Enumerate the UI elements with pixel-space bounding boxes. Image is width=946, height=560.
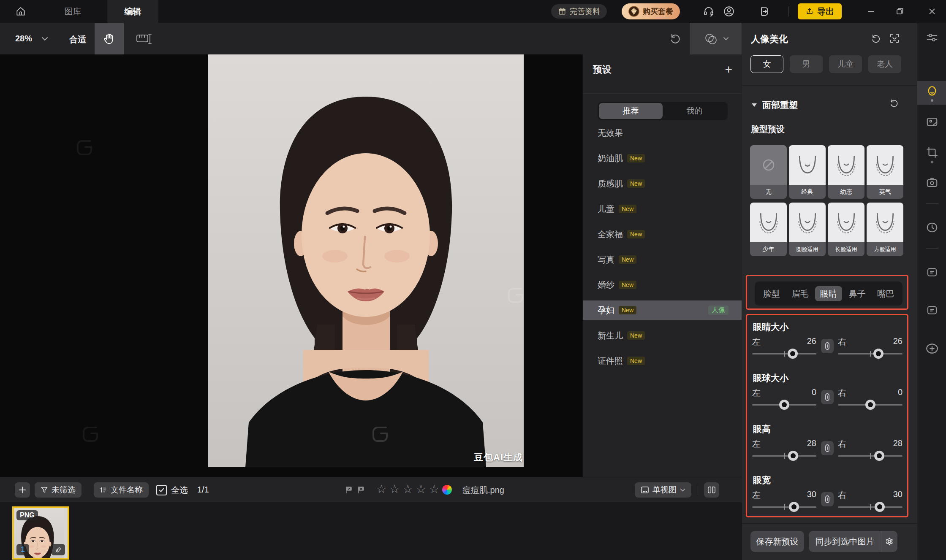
face-preset-option[interactable]: 圆脸适用 xyxy=(789,203,826,256)
zoom-level[interactable]: 28% xyxy=(15,34,32,43)
sort-button[interactable]: 文件名称 xyxy=(94,482,149,498)
split-view-button[interactable] xyxy=(704,482,719,498)
add-image-button[interactable] xyxy=(15,482,30,498)
feature-tab-item[interactable]: 脸型 xyxy=(758,286,785,301)
tab-gallery[interactable]: 图库 xyxy=(55,0,91,23)
star-icon[interactable]: ☆ xyxy=(389,483,400,495)
add-preset-button[interactable]: + xyxy=(725,63,732,76)
export-button[interactable]: 导出 xyxy=(798,3,842,19)
slider-left-knob[interactable] xyxy=(789,502,799,512)
feature-tab-item[interactable]: 眉毛 xyxy=(786,286,813,301)
face-preset-option[interactable]: 幼态 xyxy=(828,145,864,199)
thumbnail-selected[interactable]: PNG 1 xyxy=(12,506,69,560)
add-circle-icon[interactable] xyxy=(925,342,939,355)
gender-button[interactable]: 女 xyxy=(750,55,783,73)
flag-reject-icon[interactable] xyxy=(357,485,366,495)
preset-item[interactable]: 质感肌New xyxy=(583,174,742,193)
link-left-right-button[interactable] xyxy=(821,441,834,455)
account-icon[interactable] xyxy=(723,5,735,17)
restore-button[interactable] xyxy=(894,5,906,18)
canvas-area[interactable]: 豆包AI生成 xyxy=(0,54,582,477)
slider-left-knob[interactable] xyxy=(779,400,789,410)
feature-tab-item[interactable]: 嘴巴 xyxy=(872,286,899,301)
feature-tab-active[interactable]: 眼睛 xyxy=(815,286,842,301)
tab-recommended[interactable]: 推荐 xyxy=(599,103,663,119)
beauty-reset-icon[interactable] xyxy=(870,33,881,44)
minimize-button[interactable] xyxy=(865,5,878,18)
compare-view-button[interactable] xyxy=(690,23,742,54)
sync-settings-gear-icon[interactable] xyxy=(881,537,897,546)
gender-button[interactable]: 儿童 xyxy=(829,55,862,73)
slider-right-knob[interactable] xyxy=(874,451,884,461)
photo-portrait[interactable] xyxy=(208,54,524,467)
preset-item[interactable]: 写真New xyxy=(583,250,742,269)
slider-right-knob[interactable] xyxy=(875,502,885,512)
link-left-right-button[interactable] xyxy=(821,390,834,404)
adjustments-icon[interactable] xyxy=(926,31,938,44)
hand-tool-button[interactable] xyxy=(95,23,124,54)
link-left-right-button[interactable] xyxy=(821,492,834,506)
close-button[interactable] xyxy=(926,5,938,18)
slider-right-track[interactable] xyxy=(838,353,903,354)
tab-edit[interactable]: 编辑 xyxy=(107,0,158,23)
face-preset-none[interactable]: 无 xyxy=(750,145,787,199)
face-preset-option[interactable]: 方脸适用 xyxy=(867,203,903,256)
support-headset-icon[interactable] xyxy=(703,5,715,17)
slider-left-track[interactable] xyxy=(752,353,816,354)
camera-icon[interactable] xyxy=(926,176,938,189)
slider-left-track[interactable] xyxy=(752,455,816,457)
select-all-checkbox[interactable] xyxy=(156,485,167,495)
preset-item[interactable]: 证件照New xyxy=(583,351,742,371)
preset-item[interactable]: 新生儿New xyxy=(583,326,742,345)
preset-item[interactable]: 婚纱New xyxy=(583,275,742,295)
portrait-beauty-icon[interactable] xyxy=(925,84,939,98)
notes-card-icon-2[interactable] xyxy=(926,304,938,317)
select-all-control[interactable]: 全选 xyxy=(156,482,188,498)
feature-tab-item[interactable]: 鼻子 xyxy=(844,286,871,301)
complete-profile-pill[interactable]: 完善资料 xyxy=(551,4,607,19)
gender-button[interactable]: 老人 xyxy=(868,55,901,73)
slider-right-track[interactable] xyxy=(838,455,903,457)
face-preset-option[interactable]: 英气 xyxy=(867,145,903,199)
notes-card-icon[interactable] xyxy=(926,266,938,279)
crop-icon[interactable] xyxy=(926,146,938,159)
star-icon[interactable]: ☆ xyxy=(416,483,426,495)
star-rating[interactable]: ☆☆☆☆☆ xyxy=(376,483,439,495)
undo-icon[interactable] xyxy=(669,32,682,45)
section-reset-icon[interactable] xyxy=(889,98,899,108)
link-left-right-button[interactable] xyxy=(821,339,834,353)
preset-item[interactable]: 全家福New xyxy=(583,225,742,244)
zoom-chevron-icon[interactable] xyxy=(41,37,48,41)
slider-right-knob[interactable] xyxy=(865,400,875,410)
face-detect-icon[interactable] xyxy=(889,33,900,44)
star-icon[interactable]: ☆ xyxy=(429,483,439,495)
history-clock-icon[interactable] xyxy=(926,221,938,234)
slider-left-knob[interactable] xyxy=(788,451,798,461)
preset-item[interactable]: 无效果 xyxy=(583,123,742,143)
fit-button[interactable]: 合适 xyxy=(69,34,86,45)
star-icon[interactable]: ☆ xyxy=(402,483,413,495)
slider-right-knob[interactable] xyxy=(873,349,883,359)
preset-item[interactable]: 奶油肌New xyxy=(583,149,742,168)
slider-right-track[interactable] xyxy=(838,404,903,406)
slider-right-track[interactable] xyxy=(838,506,903,508)
filter-image-icon[interactable] xyxy=(926,116,938,128)
view-mode-button[interactable]: 单视图 xyxy=(635,482,691,498)
gender-button[interactable]: 男 xyxy=(790,55,823,73)
sync-selected-button[interactable]: 同步到选中图片 xyxy=(809,536,881,547)
slider-left-track[interactable] xyxy=(752,506,816,508)
flag-pick-icon[interactable] xyxy=(345,485,354,495)
color-label-icon[interactable] xyxy=(442,485,452,495)
save-preset-button[interactable]: 保存新预设 xyxy=(750,531,804,552)
tab-mine[interactable]: 我的 xyxy=(663,103,726,119)
face-preset-option[interactable]: 经典 xyxy=(789,145,826,199)
slider-left-knob[interactable] xyxy=(788,349,798,359)
slider-left-track[interactable] xyxy=(752,404,816,406)
home-icon[interactable] xyxy=(15,6,26,17)
face-preset-option[interactable]: 长脸适用 xyxy=(828,203,864,256)
face-preset-option[interactable]: 少年 xyxy=(750,203,787,256)
ruler-tool-icon[interactable] xyxy=(136,32,152,46)
preset-item[interactable]: 儿童New xyxy=(583,199,742,219)
preset-item[interactable]: 孕妇New人像 xyxy=(583,300,742,320)
filter-button[interactable]: 未筛选 xyxy=(35,482,82,498)
